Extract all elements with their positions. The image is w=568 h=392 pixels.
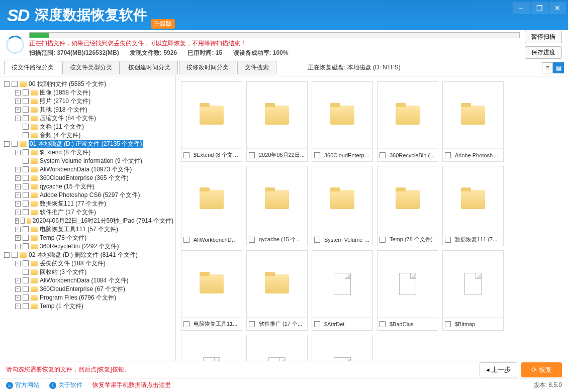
checkbox[interactable] [12,81,18,87]
tree-node[interactable]: System Volume Information (9 个文件) [2,157,173,165]
tab-3[interactable]: 按修改时间分类 [179,61,236,74]
tree-node[interactable]: +Adobe Photoshop CS6 (5297 个文件) [2,191,173,199]
checkbox[interactable] [23,115,29,121]
expander-icon[interactable]: + [15,304,21,309]
checkbox[interactable] [23,226,29,232]
checkbox[interactable] [23,166,29,172]
maximize-button[interactable]: ❐ [531,2,548,14]
checkbox[interactable] [12,252,18,258]
checkbox[interactable] [23,295,29,301]
pause-scan-button[interactable]: 暂停扫描 [525,31,562,43]
tree-node[interactable]: +软件推广 (17 个文件) [2,208,173,216]
tree-node[interactable]: +其他 (918 个文件) [2,106,173,114]
tree-node[interactable]: +电脑恢复工具111 (57 个文件) [2,225,173,233]
tree-node[interactable]: 回收站 (3 个文件) [2,268,173,276]
checkbox[interactable] [314,237,320,243]
folder-tree[interactable]: -00 找到的文件 (5585 个文件)+图像 (1858 个文件)+照片 (2… [0,76,176,361]
grid-item[interactable]: 360RecycleBin (2... [377,81,438,162]
tree-node[interactable]: -02 本地磁盘 (D:) 删除文件 (8141 个文件) [2,251,173,259]
checkbox[interactable] [445,321,451,327]
grid-item[interactable]: 软件推广 (17 个... [246,250,308,331]
checkbox[interactable] [23,89,29,95]
checkbox[interactable] [249,321,255,327]
grid-item[interactable]: AliWorkbenchDat... [181,166,242,246]
checkbox[interactable] [445,237,451,243]
checkbox[interactable] [183,321,190,327]
tree-node[interactable]: -00 找到的文件 (5585 个文件) [2,80,173,88]
checkbox[interactable] [23,303,29,309]
checkbox[interactable] [380,321,386,327]
expander-icon[interactable]: + [15,244,21,249]
grid-item[interactable]: $Bitmap [442,250,504,331]
tree-node[interactable]: +360CloudEnterprise (67 个文件) [2,285,173,293]
expander-icon[interactable]: + [15,227,21,232]
checkbox[interactable] [23,107,29,113]
tree-node[interactable]: +图像 (1858 个文件) [2,88,173,96]
checkbox[interactable] [445,152,451,158]
grid-item[interactable]: $AttrDef [312,250,373,331]
expander-icon[interactable]: + [15,295,21,301]
tree-node[interactable]: +压缩文件 (84 个文件) [2,114,173,122]
tree-node[interactable]: -01 本地磁盘 (D:) 正常文件 (27135 个文件) [2,140,173,148]
checkbox[interactable] [23,132,29,138]
expander-icon[interactable]: + [15,218,19,224]
tree-node[interactable]: +$Extend (8 个文件) [2,148,173,156]
grid-item[interactable]: Temp (78 个文件) [377,166,438,246]
checkbox[interactable] [249,237,255,243]
grid-item[interactable]: $BadClus [377,250,438,331]
expander-icon[interactable]: - [4,141,10,147]
checkbox[interactable] [23,243,29,249]
grid-item[interactable]: 2020年06月22日... [246,81,308,162]
checkbox[interactable] [23,209,29,215]
expander-icon[interactable]: + [15,184,21,189]
tree-node[interactable]: +AliWorkbenchData (1084 个文件) [2,276,173,284]
tree-node[interactable]: +Temp (1 个文件) [2,302,173,310]
checkbox[interactable] [23,286,29,292]
tree-node[interactable]: +丢失的文件 (188 个文件) [2,259,173,267]
tree-node[interactable]: 文档 (11 个文件) [2,123,173,131]
view-grid-button[interactable]: ▦ [553,62,564,73]
expander-icon[interactable]: + [15,150,21,155]
expander-icon[interactable]: + [15,201,21,207]
tree-node[interactable]: +照片 (2710 个文件) [2,97,173,105]
checkbox[interactable] [23,201,29,207]
checkbox[interactable] [23,158,29,164]
grid-item[interactable]: 数据恢复111 (7... [442,166,504,246]
checkbox[interactable] [380,152,386,158]
checkbox[interactable] [23,235,29,241]
tree-node[interactable]: +AliWorkbenchData (10973 个文件) [2,165,173,173]
expander-icon[interactable]: + [15,167,21,172]
tree-node[interactable]: +Temp (78 个文件) [2,234,173,242]
recover-button[interactable]: ⟳ 恢复 [521,362,562,377]
close-button[interactable]: ✕ [549,2,566,14]
expander-icon[interactable]: + [15,278,21,283]
expander-icon[interactable]: + [15,175,21,181]
checkbox[interactable] [314,321,320,327]
grid-item[interactable]: $LogFile [246,335,308,361]
about-link[interactable]: i关于软件 [49,381,82,389]
checkbox[interactable] [23,175,29,181]
tab-2[interactable]: 按创建时间分类 [121,61,178,74]
grid-item[interactable]: System Volume In... [312,166,373,246]
tree-node[interactable]: +数据恢复111 (77 个文件) [2,200,173,208]
checkbox[interactable] [314,152,320,158]
expander-icon[interactable]: + [15,107,21,113]
checkbox[interactable] [23,124,29,130]
tab-0[interactable]: 按文件路径分类 [4,61,61,74]
tree-node[interactable]: 音频 (4 个文件) [2,131,173,139]
view-list-button[interactable]: ≡ [542,62,553,73]
file-grid[interactable]: $Extend (8 个文件)2020年06月22日...360CloudEnt… [176,76,568,361]
checkbox[interactable] [23,98,29,104]
tab-4[interactable]: 文件搜索 [237,61,276,74]
minimize-button[interactable]: – [513,2,530,14]
checkbox[interactable] [23,260,29,266]
checkbox[interactable] [380,237,386,243]
tree-node[interactable]: +qycache (15 个文件) [2,182,173,190]
grid-item[interactable]: 360CloudEnterpri... [312,81,373,162]
expander-icon[interactable]: + [15,286,21,292]
tree-node[interactable]: +Program Files (6796 个文件) [2,293,173,302]
tree-node[interactable]: +360RecycleBin (2292 个文件) [2,242,173,250]
expander-icon[interactable]: + [15,192,21,198]
checkbox[interactable] [249,152,255,158]
grid-item[interactable]: qycache (15 个... [246,166,308,246]
